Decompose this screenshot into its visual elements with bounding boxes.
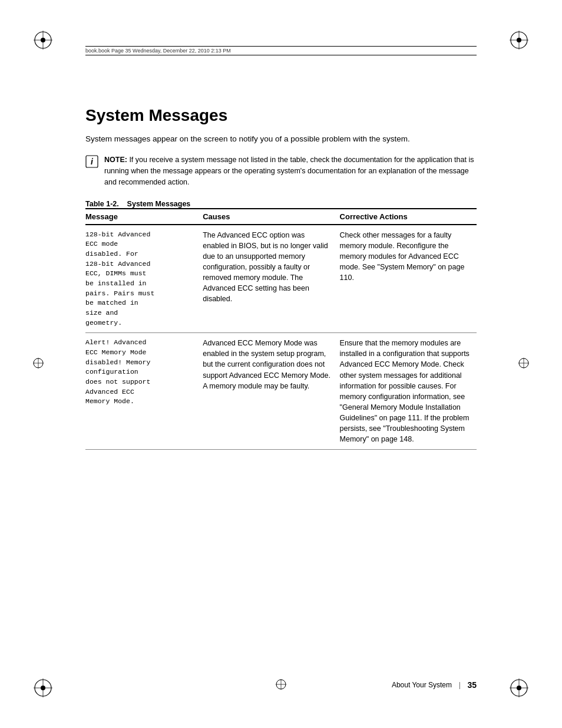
page-title: System Messages — [85, 106, 477, 125]
col-header-message: Message — [85, 209, 203, 225]
corner-mark-bl — [32, 677, 54, 699]
table-header-row: Message Causes Corrective Actions — [85, 209, 477, 225]
top-bar-text: book.book Page 35 Wednesday, December 22… — [85, 48, 231, 54]
cell-message-0: 128-bit Advanced ECC mode disabled. For … — [85, 225, 203, 333]
table-caption: Table 1-2. System Messages — [85, 200, 477, 208]
note-label: NOTE: — [104, 156, 127, 164]
footer-page-number: 35 — [467, 680, 477, 690]
corner-mark-tl — [32, 29, 54, 51]
footer-separator: | — [459, 681, 460, 690]
corner-mark-br — [508, 677, 530, 699]
note-icon: i — [85, 155, 98, 170]
page: book.book Page 35 Wednesday, December 22… — [0, 0, 562, 728]
footer: About Your System | 35 — [85, 680, 477, 690]
footer-section-text: About Your System — [392, 681, 452, 689]
table-row: 128-bit Advanced ECC mode disabled. For … — [85, 225, 477, 333]
col-header-causes: Causes — [203, 209, 339, 225]
top-bar: book.book Page 35 Wednesday, December 22… — [85, 46, 477, 55]
main-content: System Messages System messages appear o… — [85, 83, 477, 669]
left-center-mark — [32, 357, 44, 371]
cell-actions-1: Ensure that the memory modules are insta… — [340, 333, 477, 450]
intro-text: System messages appear on the screen to … — [85, 133, 477, 145]
note-body: If you receive a system message not list… — [104, 156, 474, 186]
svg-text:i: i — [91, 157, 94, 166]
col-header-actions: Corrective Actions — [340, 209, 477, 225]
table-row: Alert! Advanced ECC Memory Mode disabled… — [85, 333, 477, 450]
note-text: NOTE: If you receive a system message no… — [104, 154, 477, 187]
right-center-mark — [518, 357, 530, 371]
cell-causes-1: Advanced ECC Memory Mode was enabled in … — [203, 333, 339, 450]
corner-mark-tr — [508, 29, 530, 51]
note-box: i NOTE: If you receive a system message … — [85, 154, 477, 187]
cell-actions-0: Check other messages for a faulty memory… — [340, 225, 477, 333]
cell-message-1: Alert! Advanced ECC Memory Mode disabled… — [85, 333, 203, 450]
cell-causes-0: The Advanced ECC option was enabled in B… — [203, 225, 339, 333]
system-messages-table: Message Causes Corrective Actions 128-bi… — [85, 208, 477, 450]
